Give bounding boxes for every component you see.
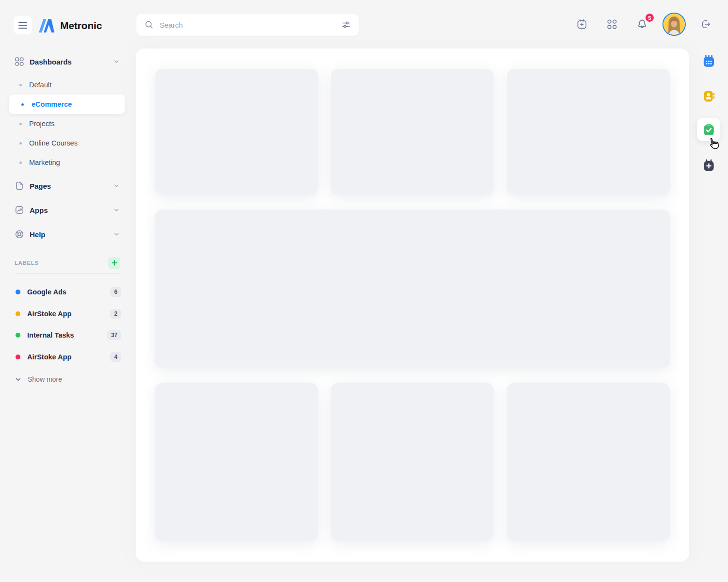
calendar-icon: [702, 54, 716, 68]
plus-icon: [111, 259, 118, 266]
rail-add-button[interactable]: [697, 154, 720, 177]
logout-icon: [700, 18, 712, 30]
pages-icon: [15, 181, 24, 191]
label-item-airstoke-app-2[interactable]: AirStoke App 4: [0, 348, 126, 366]
sidebar-section-help[interactable]: Help: [0, 226, 126, 242]
add-label-button[interactable]: [108, 257, 120, 269]
sidebar-section-apps[interactable]: Apps: [0, 202, 126, 218]
sidebar-item-projects[interactable]: Projects: [0, 115, 126, 132]
label-count-badge: 4: [110, 352, 121, 362]
apps-icon: [15, 205, 24, 215]
main-content-card: [136, 48, 689, 562]
rail-tasks-button[interactable]: [697, 118, 720, 141]
chevron-down-icon: [113, 230, 120, 238]
dashboards-icon: [15, 57, 24, 66]
avatar-image: [663, 14, 685, 35]
calendar-add-button[interactable]: [572, 15, 592, 34]
label-item-internal-tasks[interactable]: Internal Tasks 37: [0, 326, 126, 344]
label-color-dot: [16, 290, 20, 294]
labels-divider: [15, 273, 121, 274]
search-bar[interactable]: [136, 13, 359, 36]
topbar-actions: 5: [572, 13, 716, 36]
chevron-down-icon: [15, 376, 22, 383]
chevron-down-icon: [113, 58, 120, 65]
label-count-badge: 2: [110, 309, 121, 319]
rail-contacts-button[interactable]: [697, 84, 720, 108]
user-avatar[interactable]: [662, 13, 686, 36]
label-item-google-ads[interactable]: Google Ads 6: [0, 283, 126, 301]
logout-button[interactable]: [696, 15, 716, 34]
metronic-logo-icon: [38, 17, 55, 34]
calendar-add-icon: [576, 18, 588, 30]
show-more-button[interactable]: Show more: [0, 372, 126, 387]
clipboard-check-icon: [702, 123, 716, 137]
brand-name: Metronic: [60, 20, 102, 32]
search-settings-icon[interactable]: [341, 20, 351, 30]
apps-grid-button[interactable]: [602, 15, 622, 34]
search-input[interactable]: [160, 21, 341, 29]
placeholder-widget-4: [155, 383, 318, 541]
placeholder-widget-wide: [155, 210, 670, 368]
placeholder-widget-2: [331, 69, 494, 195]
placeholder-widget-1: [155, 69, 318, 195]
notification-badge: 5: [645, 13, 655, 23]
labels-title: LABELS: [15, 260, 39, 266]
placeholder-widget-6: [507, 383, 670, 541]
label-color-dot: [16, 333, 20, 338]
placeholder-widget-3: [507, 69, 670, 195]
label-color-dot: [16, 311, 20, 316]
chevron-down-icon: [113, 206, 120, 214]
label-item-airstoke-app[interactable]: AirStoke App 2: [0, 305, 126, 323]
search-icon: [144, 20, 154, 30]
label-count-badge: 6: [110, 287, 121, 297]
notifications-button[interactable]: 5: [632, 15, 652, 34]
label-color-dot: [16, 355, 20, 359]
app-logo[interactable]: Metronic: [38, 17, 102, 34]
sidebar-section-dashboards[interactable]: Dashboards: [0, 53, 126, 70]
placeholder-widget-5: [331, 383, 494, 541]
hamburger-menu-button[interactable]: [14, 16, 32, 34]
sidebar-section-pages[interactable]: Pages: [0, 178, 126, 194]
help-icon: [15, 229, 24, 239]
add-event-icon: [702, 159, 716, 173]
label-count-badge: 37: [107, 330, 121, 340]
sidebar-item-ecommerce[interactable]: eCommerce: [0, 96, 126, 113]
sidebar-item-online-courses[interactable]: Online Courses: [0, 135, 126, 151]
rail-calendar-button[interactable]: [697, 49, 720, 73]
chevron-down-icon: [113, 182, 120, 190]
address-book-icon: [702, 89, 716, 103]
sidebar-item-default[interactable]: Default: [0, 77, 126, 93]
labels-header: LABELS: [0, 257, 126, 269]
sidebar-item-marketing[interactable]: Marketing: [0, 154, 126, 171]
apps-grid-icon: [606, 18, 618, 30]
